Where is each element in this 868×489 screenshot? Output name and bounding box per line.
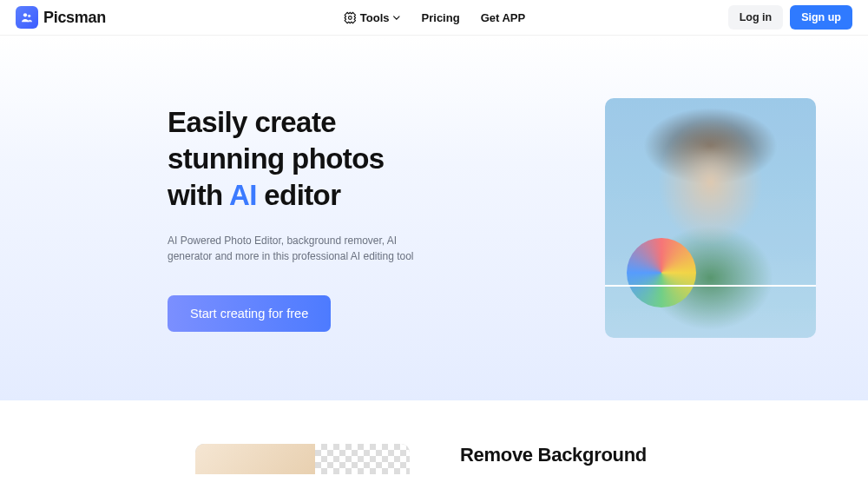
chevron-down-icon bbox=[393, 14, 401, 22]
start-creating-button[interactable]: Start creating for free bbox=[168, 295, 331, 332]
nav-pricing-label: Pricing bbox=[422, 11, 460, 24]
svg-point-1 bbox=[28, 15, 30, 17]
hero-subtitle: AI Powered Photo Editor, background remo… bbox=[168, 233, 428, 264]
slider-divider[interactable] bbox=[605, 285, 816, 287]
nav-tools-label: Tools bbox=[360, 11, 390, 24]
nav-pricing[interactable]: Pricing bbox=[422, 11, 460, 24]
nav-right: Log in Sign up bbox=[728, 5, 852, 30]
hero-image bbox=[605, 98, 816, 338]
logo[interactable]: Picsman bbox=[16, 6, 106, 29]
hero-section: Easily create stunning photos with AI ed… bbox=[0, 36, 868, 400]
feature-image-transparent bbox=[315, 444, 410, 474]
hero-title-line3-prefix: with bbox=[168, 179, 229, 211]
hero-content: Easily create stunning photos with AI ed… bbox=[168, 104, 463, 333]
feature-title: Remove Background bbox=[460, 444, 816, 466]
hero-title-line3-suffix: editor bbox=[257, 179, 341, 211]
hero-title: Easily create stunning photos with AI ed… bbox=[168, 104, 463, 215]
feature-image bbox=[195, 444, 410, 474]
nav-getapp-label: Get APP bbox=[481, 11, 526, 24]
svg-point-2 bbox=[348, 16, 352, 19]
hero-title-line2: stunning photos bbox=[168, 142, 384, 175]
navbar: Picsman Tools Pricing Get APP Log in Sig… bbox=[0, 0, 868, 36]
hero-title-line1: Easily create bbox=[168, 106, 336, 138]
settings-icon bbox=[343, 10, 357, 24]
login-button[interactable]: Log in bbox=[728, 5, 784, 30]
feature-section: Remove Background bbox=[0, 400, 868, 474]
nav-tools[interactable]: Tools bbox=[343, 10, 401, 24]
signup-button[interactable]: Sign up bbox=[790, 5, 852, 30]
logo-icon bbox=[16, 6, 38, 29]
feature-text: Remove Background bbox=[460, 444, 816, 466]
svg-point-0 bbox=[23, 13, 27, 17]
logo-text: Picsman bbox=[43, 9, 106, 27]
nav-getapp[interactable]: Get APP bbox=[481, 11, 526, 24]
nav-center: Tools Pricing Get APP bbox=[343, 10, 525, 24]
feature-image-photo bbox=[195, 444, 315, 474]
hero-title-ai: AI bbox=[229, 179, 257, 211]
hero-image-wrap bbox=[605, 98, 816, 338]
